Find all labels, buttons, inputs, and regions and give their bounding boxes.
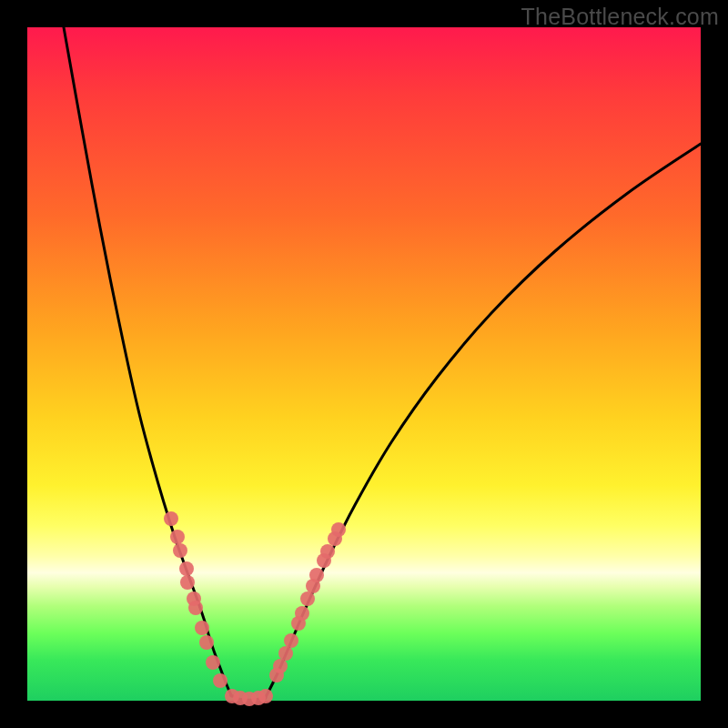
- dot: [164, 511, 178, 526]
- dot: [173, 543, 187, 558]
- dot: [188, 601, 203, 615]
- dot: [309, 568, 324, 582]
- dot: [295, 606, 309, 621]
- dot: [199, 635, 214, 650]
- chart-frame: TheBottleneck.com: [0, 0, 728, 728]
- dot: [284, 633, 298, 648]
- dot: [331, 522, 346, 537]
- watermark-text: TheBottleneck.com: [521, 4, 719, 30]
- dot: [195, 621, 209, 635]
- dot: [278, 646, 293, 661]
- bottleneck-curve: [64, 27, 701, 700]
- dot: [320, 544, 335, 559]
- v-curve: [64, 27, 701, 700]
- chart-svg: [27, 27, 701, 701]
- dot: [170, 530, 185, 544]
- plot-area: [27, 27, 701, 701]
- dot: [273, 659, 288, 673]
- dot: [206, 655, 220, 670]
- dot: [179, 561, 194, 576]
- dot: [180, 575, 195, 590]
- scatter-dots: [164, 511, 346, 706]
- dot: [258, 689, 273, 703]
- dot: [213, 673, 228, 688]
- dot: [300, 592, 315, 606]
